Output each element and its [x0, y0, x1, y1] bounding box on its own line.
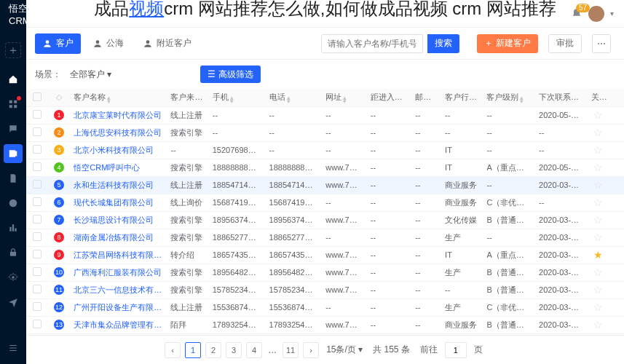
goto-input[interactable]: [445, 342, 467, 358]
customer-name-link[interactable]: 现代长城集团有限公司: [69, 194, 166, 211]
customer-name-link[interactable]: 悟空CRM呼叫中心: [69, 159, 166, 176]
col-5[interactable]: 距进入公海…▴▾: [366, 89, 411, 106]
table-row[interactable]: 12广州开阳设备生产有限公司线上注册1553687452115536874521…: [26, 298, 624, 316]
customer-name-link[interactable]: 广西海利汇服装有限公司: [69, 264, 166, 281]
row-checkbox[interactable]: [26, 211, 49, 229]
avatar[interactable]: [588, 6, 604, 22]
cell-source: 搜索引擎: [166, 159, 208, 176]
col-6[interactable]: 邮箱▴▾: [411, 89, 441, 106]
quick-add-button[interactable]: ＋: [5, 42, 21, 58]
table-row[interactable]: 3北京小米科技有限公司--15207698970--------IT----☆: [26, 141, 624, 159]
col-9[interactable]: 下次联系…▴▾: [534, 89, 587, 106]
page-1-button[interactable]: 1: [185, 342, 201, 358]
customer-name-link[interactable]: 江苏荣昌网络科技有限公司: [69, 246, 166, 264]
scene-select[interactable]: 全部客户▾: [70, 68, 111, 81]
table-row[interactable]: 2上海优思安科技有限公司搜索引擎----------------☆: [26, 124, 624, 141]
star-toggle[interactable]: ☆: [587, 106, 609, 124]
table-row[interactable]: 8湖南金属冶炼有限公司搜索引擎1886527748918865277489---…: [26, 229, 624, 246]
star-toggle[interactable]: ☆: [587, 159, 609, 176]
notification-bell-icon[interactable]: 57: [571, 8, 582, 20]
row-checkbox[interactable]: [26, 106, 49, 124]
col-2[interactable]: 手机▴▾: [208, 89, 265, 106]
nav-doc[interactable]: [4, 169, 23, 188]
col-8[interactable]: 客户级别▴▾: [482, 89, 534, 106]
table-row[interactable]: 4悟空CRM呼叫中心搜索引擎1888888888818888888888www.…: [26, 159, 624, 176]
nav-chat[interactable]: [4, 119, 23, 138]
more-button[interactable]: ⋯: [592, 34, 611, 53]
star-toggle[interactable]: ☆: [587, 124, 609, 141]
star-toggle[interactable]: ☆: [587, 264, 609, 281]
customer-name-link[interactable]: 北京小米科技有限公司: [69, 141, 166, 159]
row-checkbox[interactable]: [26, 316, 49, 333]
row-checkbox[interactable]: [26, 194, 49, 211]
customer-name-link[interactable]: 北京三六一信息技术有限公司: [69, 281, 166, 298]
col-7[interactable]: 客户行业▴▾: [441, 89, 482, 106]
table-row[interactable]: 1北京康宝莱时代有限公司线上注册--------------2020-05-2……: [26, 106, 624, 124]
customer-name-link[interactable]: 上海优思安科技有限公司: [69, 124, 166, 141]
star-toggle[interactable]: ☆: [587, 176, 609, 194]
row-checkbox[interactable]: [26, 229, 49, 246]
star-toggle[interactable]: ☆: [587, 194, 609, 211]
star-toggle[interactable]: ☆: [587, 229, 609, 246]
table-row[interactable]: 5永和生活科技有限公司线上注册1885471456318854714563www…: [26, 176, 624, 194]
tab-附近客户[interactable]: 附近客户: [135, 33, 199, 54]
tab-客户[interactable]: 客户: [35, 33, 81, 54]
row-checkbox[interactable]: [26, 281, 49, 298]
nav-contacts[interactable]: [4, 144, 23, 163]
row-checkbox[interactable]: [26, 124, 49, 141]
row-checkbox[interactable]: [26, 176, 49, 194]
page-next-button[interactable]: ›: [303, 342, 319, 358]
col-0[interactable]: 客户名称▴▾: [69, 89, 166, 106]
customer-name-link[interactable]: 北京康宝莱时代有限公司: [69, 106, 166, 124]
table-row[interactable]: 13天津市集众品牌管理有限公司陌拜1789325412517893254125w…: [26, 316, 624, 333]
star-toggle[interactable]: ☆: [587, 316, 609, 333]
chevron-down-icon[interactable]: ▾: [610, 9, 614, 17]
nav-dashboard[interactable]: [4, 95, 23, 114]
col-checkbox[interactable]: [26, 89, 49, 106]
audit-button[interactable]: 审批: [548, 34, 582, 53]
table-row[interactable]: 6现代长城集团有限公司线上询价1568741963515687419635---…: [26, 194, 624, 211]
row-checkbox[interactable]: [26, 141, 49, 159]
customer-name-link[interactable]: 湖南金属冶炼有限公司: [69, 229, 166, 246]
customer-name-link[interactable]: 永和生活科技有限公司: [69, 176, 166, 194]
nav-lock[interactable]: [4, 243, 23, 262]
nav-home[interactable]: [4, 70, 23, 89]
page-last-button[interactable]: 11: [283, 342, 299, 358]
col-3[interactable]: 电话▴▾: [265, 89, 322, 106]
star-toggle[interactable]: ☆: [587, 281, 609, 298]
table-row[interactable]: 9江苏荣昌网络科技有限公司转介绍1865743596218657435962ww…: [26, 246, 624, 264]
star-toggle[interactable]: ☆: [587, 298, 609, 316]
nav-collapse-button[interactable]: [8, 343, 18, 355]
nav-settings[interactable]: [4, 268, 23, 287]
table-row[interactable]: 7长沙瑞思设计有限公司搜索引擎1895637458918956374589www…: [26, 211, 624, 229]
page-3-button[interactable]: 3: [226, 342, 242, 358]
star-toggle[interactable]: ☆: [587, 141, 609, 159]
table-row[interactable]: 11北京三六一信息技术有限公司搜索引擎157852345251578523452…: [26, 281, 624, 298]
search-input[interactable]: [321, 34, 423, 53]
col-4[interactable]: 网址▴▾: [321, 89, 366, 106]
advanced-filter-button[interactable]: ☰高级筛选: [200, 66, 261, 83]
tab-公海[interactable]: 公海: [85, 33, 131, 54]
nav-send[interactable]: [4, 293, 23, 312]
col-1[interactable]: 客户来源▴▾: [166, 89, 208, 106]
row-checkbox[interactable]: [26, 264, 49, 281]
customer-name-link[interactable]: 天津市集众品牌管理有限公司: [69, 316, 166, 333]
table-row[interactable]: 10广西海利汇服装有限公司搜索引擎1895648235418956482354w…: [26, 264, 624, 281]
row-checkbox[interactable]: [26, 246, 49, 264]
page-size-select[interactable]: 15条/页 ▾: [326, 344, 363, 356]
search-button[interactable]: 搜索: [427, 34, 459, 53]
page-4-button[interactable]: 4: [246, 342, 262, 358]
row-checkbox[interactable]: [26, 298, 49, 316]
page-2-button[interactable]: 2: [205, 342, 221, 358]
star-toggle[interactable]: ☆: [587, 211, 609, 229]
star-toggle[interactable]: ★: [587, 246, 609, 264]
col-10[interactable]: 关注▴▾: [587, 89, 609, 106]
customer-name-link[interactable]: 广州开阳设备生产有限公司: [69, 298, 166, 316]
page-prev-button[interactable]: ‹: [165, 342, 181, 358]
row-checkbox[interactable]: [26, 159, 49, 176]
nav-money[interactable]: [4, 194, 23, 213]
nav-chart[interactable]: [4, 218, 23, 237]
customer-name-link[interactable]: 长沙瑞思设计有限公司: [69, 211, 166, 229]
col-index[interactable]: ◇: [49, 89, 70, 106]
new-customer-button[interactable]: ＋新建客户: [477, 34, 538, 53]
